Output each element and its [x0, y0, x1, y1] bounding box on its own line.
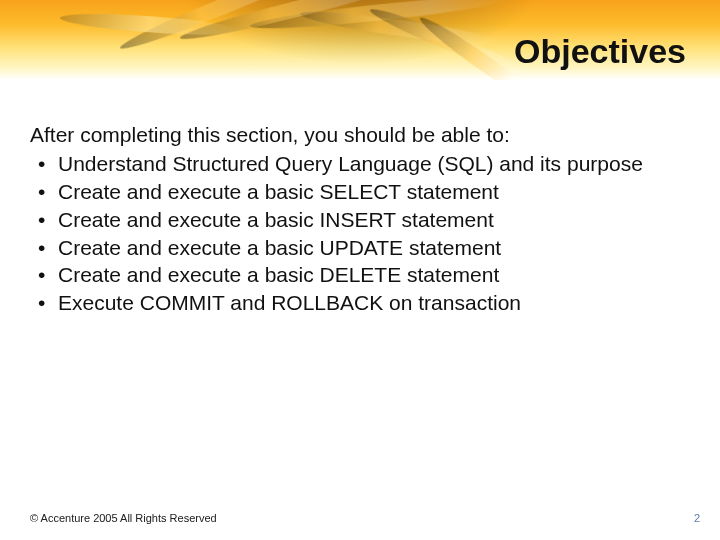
list-item: Create and execute a basic DELETE statem…: [30, 262, 690, 289]
page-title: Objectives: [514, 32, 686, 71]
page-number: 2: [694, 512, 700, 524]
list-item: Create and execute a basic UPDATE statem…: [30, 235, 690, 262]
list-item: Understand Structured Query Language (SQ…: [30, 151, 690, 178]
slide: Objectives After completing this section…: [0, 0, 720, 540]
slide-body: After completing this section, you shoul…: [30, 122, 690, 318]
list-item: Create and execute a basic INSERT statem…: [30, 207, 690, 234]
list-item: Create and execute a basic SELECT statem…: [30, 179, 690, 206]
title-banner: Objectives: [0, 0, 720, 80]
footer-copyright: © Accenture 2005 All Rights Reserved: [30, 512, 217, 524]
list-item: Execute COMMIT and ROLLBACK on transacti…: [30, 290, 690, 317]
intro-text: After completing this section, you shoul…: [30, 122, 690, 149]
bullet-list: Understand Structured Query Language (SQ…: [30, 151, 690, 317]
